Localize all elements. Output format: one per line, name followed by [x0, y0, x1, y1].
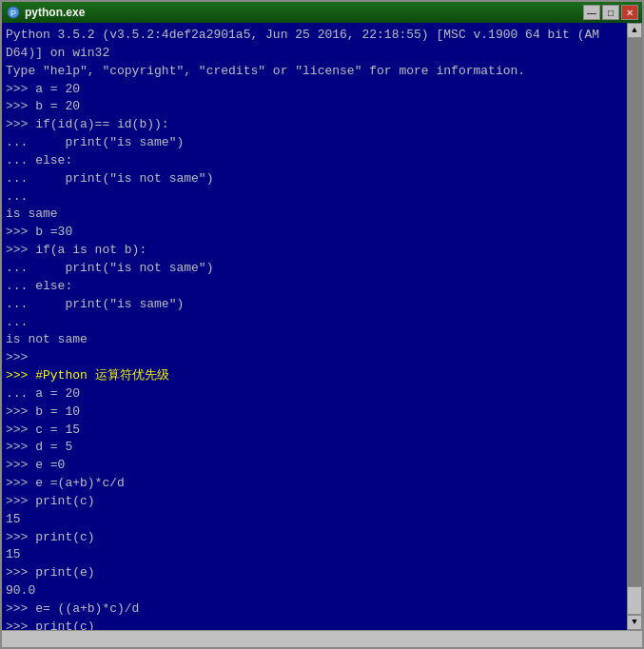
- terminal-line: >>> print(c): [6, 620, 95, 630]
- title-bar-left: P python.exe: [6, 5, 85, 20]
- terminal-line: >>> print(e): [6, 565, 95, 580]
- terminal-line: 15: [6, 512, 21, 526]
- terminal-line: ... a = 20: [6, 386, 80, 401]
- terminal-line: >>> e =(a+b)*c/d: [6, 476, 125, 490]
- close-button[interactable]: ✕: [621, 5, 638, 20]
- terminal-line: ... print("is same"): [6, 297, 184, 311]
- terminal-line: D64)] on win32: [6, 46, 109, 60]
- terminal-line: >>>: [6, 350, 28, 364]
- terminal-line: ... else:: [6, 153, 72, 167]
- terminal-line: >>> print(c): [6, 530, 95, 544]
- terminal-line: ... print("is not same"): [6, 171, 213, 186]
- minimize-button[interactable]: —: [583, 5, 600, 20]
- terminal-line: >>> e =0: [6, 458, 65, 472]
- terminal-line: ... print("is same"): [6, 135, 184, 149]
- scrollbar-thumb[interactable]: [627, 586, 642, 615]
- terminal-line: Type "help", "copyright", "credits" or "…: [6, 64, 525, 78]
- terminal-line: ... print("is not same"): [6, 261, 213, 275]
- terminal-line: Python 3.5.2 (v3.5.2:4def2a2901a5, Jun 2…: [6, 28, 599, 42]
- scroll-down-button[interactable]: ▼: [627, 615, 642, 630]
- terminal-line: >>> e= ((a+b)*c)/d: [6, 601, 139, 616]
- terminal-line: >>> print(c): [6, 494, 95, 508]
- window: P python.exe — □ ✕ Python 3.5.2 (v3.5.2:…: [0, 0, 644, 649]
- scrollbar[interactable]: ▲ ▼: [627, 23, 642, 630]
- terminal-line: >>> d = 5: [6, 440, 72, 454]
- scroll-up-button[interactable]: ▲: [627, 23, 642, 38]
- terminal-line: >>> b = 10: [6, 404, 80, 419]
- terminal-line: >>> if(a is not b):: [6, 243, 146, 257]
- terminal-line: 90.0: [6, 583, 35, 598]
- python-icon: P: [6, 5, 21, 20]
- title-bar-controls: — □ ✕: [583, 5, 638, 20]
- terminal-line: is not same: [6, 332, 88, 346]
- terminal-line: is same: [6, 206, 58, 221]
- terminal-line: >>> #Python 运算符优先级: [6, 368, 169, 383]
- svg-text:P: P: [10, 9, 16, 18]
- terminal-line: >>> c = 15: [6, 423, 80, 437]
- title-bar: P python.exe — □ ✕: [2, 2, 642, 23]
- scrollbar-track[interactable]: [627, 38, 642, 615]
- terminal-line: >>> if(id(a)== id(b)):: [6, 117, 169, 131]
- terminal-line: ...: [6, 189, 28, 204]
- maximize-button[interactable]: □: [602, 5, 619, 20]
- terminal-output[interactable]: Python 3.5.2 (v3.5.2:4def2a2901a5, Jun 2…: [2, 23, 627, 630]
- terminal-line: >>> b =30: [6, 225, 72, 239]
- terminal-line: ...: [6, 315, 28, 329]
- terminal-line: >>> b = 20: [6, 99, 80, 113]
- terminal-line: >>> a = 20: [6, 82, 80, 96]
- status-bar: [2, 630, 642, 647]
- terminal-line: ... else:: [6, 279, 72, 293]
- window-title: python.exe: [25, 6, 85, 19]
- content-area: Python 3.5.2 (v3.5.2:4def2a2901a5, Jun 2…: [2, 23, 642, 630]
- terminal-line: 15: [6, 547, 21, 561]
